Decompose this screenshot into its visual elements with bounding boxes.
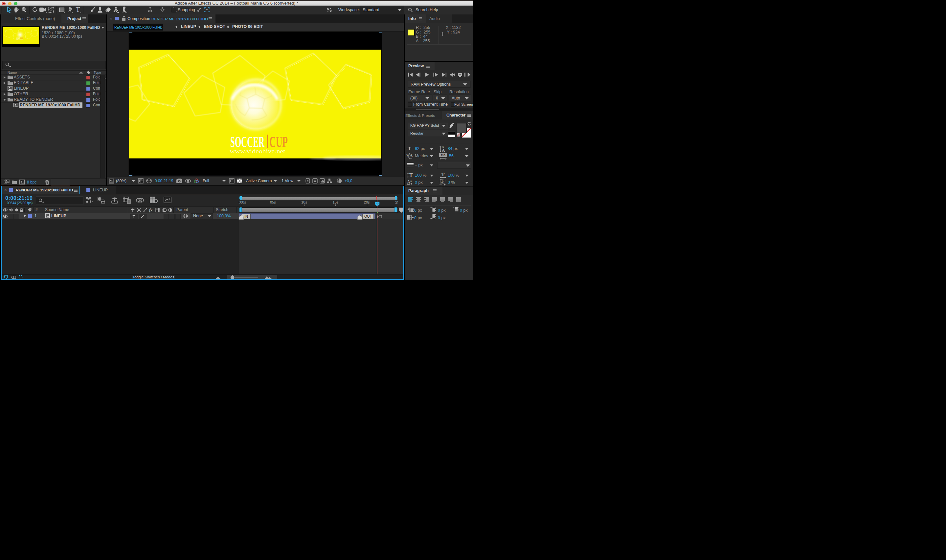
svg-text:www.videohive.net: www.videohive.net [230, 148, 285, 155]
svg-text:T: T [441, 172, 445, 177]
svg-text:A: A [410, 153, 413, 158]
svg-text:A: A [442, 148, 445, 152]
svg-text:あ: あ [441, 180, 444, 183]
svg-text:a: a [410, 179, 412, 183]
svg-text:T: T [409, 172, 413, 178]
